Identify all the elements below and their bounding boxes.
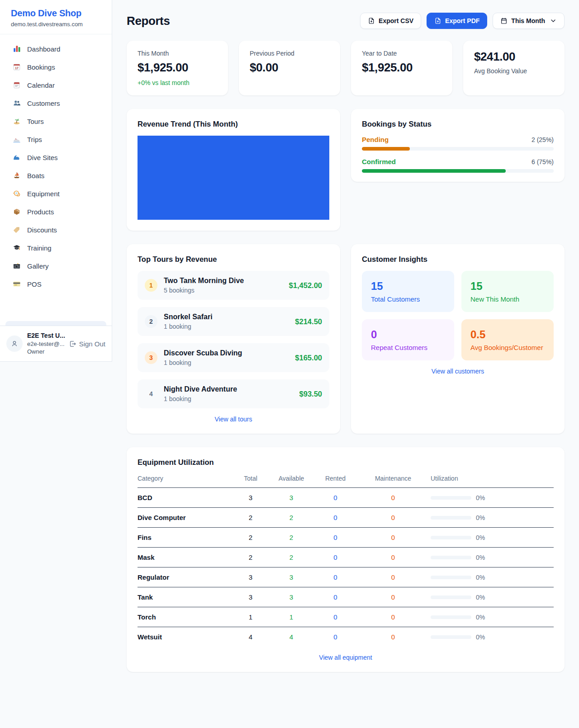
cell-category: Mask <box>138 548 230 567</box>
column-header-rented: Rented <box>312 475 359 487</box>
view-all-tours-link[interactable]: View all tours <box>138 416 329 423</box>
sidebar-item-bookings[interactable]: 17 Bookings <box>4 58 108 76</box>
rank-badge: 2 <box>145 315 157 328</box>
sidebar-item-tours[interactable]: Tours <box>4 112 108 130</box>
progress-fill <box>362 169 506 173</box>
cell-maintenance: 0 <box>359 567 427 587</box>
tour-list: 1 Two Tank Morning Dive 5 bookings $1,45… <box>138 271 329 408</box>
stat-value: $0.00 <box>250 61 329 75</box>
sidebar-item-calendar[interactable]: Calendar <box>4 76 108 94</box>
table-header-row: Category Total Available Rented Maintena… <box>138 475 554 488</box>
people-icon <box>13 99 21 107</box>
stat-value: $1,925.00 <box>138 61 217 75</box>
sign-out-button[interactable]: Sign Out <box>69 340 105 348</box>
stat-label: Year to Date <box>362 50 441 57</box>
column-header-utilization: Utilization <box>427 475 554 487</box>
cell-maintenance: 0 <box>359 508 427 527</box>
sidebar-item-label: Gallery <box>27 262 49 270</box>
sidebar-item-boats[interactable]: Boats <box>4 166 108 184</box>
chevron-down-icon <box>550 17 557 24</box>
cell-maintenance: 0 <box>359 528 427 547</box>
top-tours-card: Top Tours by Revenue 1 Two Tank Morning … <box>127 244 340 434</box>
cell-total: 4 <box>230 627 271 647</box>
cell-maintenance: 0 <box>359 548 427 567</box>
table-row: Tank 3 3 0 0 0% <box>138 587 554 607</box>
export-csv-label: Export CSV <box>379 17 413 24</box>
cell-category: Torch <box>138 607 230 627</box>
user-email: e2e-tester@... <box>27 340 64 348</box>
sidebar-item-dashboard[interactable]: Dashboard <box>4 40 108 58</box>
column-header-total: Total <box>230 475 271 487</box>
view-all-customers-link[interactable]: View all customers <box>362 368 554 375</box>
cell-available: 3 <box>271 587 312 607</box>
top-tours-title: Top Tours by Revenue <box>138 255 329 264</box>
sidebar-item-equipment[interactable]: Equipment <box>4 184 108 203</box>
cell-utilization: 0% <box>427 628 554 647</box>
insight-value: 0 <box>371 328 445 341</box>
calendar-date-icon: 17 <box>13 63 21 71</box>
charts-row: Revenue Trend (This Month) Bookings by S… <box>127 109 565 231</box>
user-info: E2E Test U... e2e-tester@... Owner <box>27 331 64 356</box>
export-pdf-button[interactable]: Export PDF <box>427 13 487 29</box>
sidebar: Demo Dive Shop demo.test.divestreams.com… <box>0 0 112 362</box>
cell-utilization: 0% <box>427 528 554 547</box>
sidebar-item-label: Discounts <box>27 226 57 234</box>
insight-tile-repeat-customers: 0 Repeat Customers <box>362 319 454 360</box>
cell-total: 2 <box>230 528 271 547</box>
sidebar-user-footer: E2E Test U... e2e-tester@... Owner Sign … <box>0 326 112 361</box>
sidebar-item-training[interactable]: Training <box>4 239 108 257</box>
tour-bookings: 1 booking <box>164 322 213 331</box>
revenue-trend-card: Revenue Trend (This Month) <box>127 109 340 231</box>
utilization-track <box>431 516 471 520</box>
cell-utilization: 0% <box>427 608 554 627</box>
table-row: BCD 3 3 0 0 0% <box>138 488 554 508</box>
period-label: This Month <box>511 17 545 24</box>
cell-category: Dive Computer <box>138 508 230 527</box>
cell-available: 3 <box>271 567 312 587</box>
sidebar-item-label: Dashboard <box>27 45 60 53</box>
column-header-maintenance: Maintenance <box>359 475 427 487</box>
period-selector[interactable]: This Month <box>493 13 565 29</box>
progress-track <box>362 169 554 173</box>
sidebar-item-trips[interactable]: Trips <box>4 130 108 148</box>
table-row: Dive Computer 2 2 0 0 0% <box>138 508 554 528</box>
credit-card-icon <box>13 280 21 288</box>
utilization-percent: 0% <box>476 614 485 621</box>
cell-total: 3 <box>230 587 271 607</box>
cell-utilization: 0% <box>427 488 554 507</box>
tag-icon <box>13 226 21 234</box>
tour-name: Night Dive Adventure <box>164 385 237 394</box>
status-row-confirmed: Confirmed 6 (75%) <box>362 158 554 173</box>
sidebar-item-reports-partial[interactable] <box>5 321 106 326</box>
sidebar-item-label: Equipment <box>27 190 60 198</box>
cell-maintenance: 0 <box>359 488 427 507</box>
sidebar-item-products[interactable]: Products <box>4 203 108 221</box>
view-all-equipment-link[interactable]: View all equipment <box>138 654 554 661</box>
equipment-utilization-card: Equipment Utilization Category Total Ava… <box>127 447 565 672</box>
cell-rented: 0 <box>312 587 359 607</box>
tour-row: 3 Discover Scuba Diving 1 booking $165.0… <box>138 343 329 372</box>
cell-maintenance: 0 <box>359 627 427 647</box>
cell-available: 3 <box>271 488 312 507</box>
sidebar-item-label: POS <box>27 280 42 288</box>
cell-utilization: 0% <box>427 548 554 567</box>
stat-value: $241.00 <box>474 50 554 64</box>
shop-name-link[interactable]: Demo Dive Shop <box>11 8 101 19</box>
export-csv-button[interactable]: Export CSV <box>360 13 421 29</box>
table-row: Wetsuit 4 4 0 0 0% <box>138 627 554 647</box>
sidebar-item-discounts[interactable]: Discounts <box>4 221 108 239</box>
insight-value: 0.5 <box>470 328 545 341</box>
stat-card-year-to-date: Year to Date $1,925.00 <box>351 41 452 95</box>
equipment-table: Category Total Available Rented Maintena… <box>138 475 554 647</box>
sidebar-item-customers[interactable]: Customers <box>4 94 108 112</box>
user-role: Owner <box>27 348 64 356</box>
tour-revenue: $1,452.00 <box>289 281 322 290</box>
sidebar-item-dive-sites[interactable]: Dive Sites <box>4 148 108 166</box>
sidebar-item-gallery[interactable]: Gallery <box>4 257 108 275</box>
insight-value: 15 <box>470 280 545 293</box>
cell-total: 2 <box>230 548 271 567</box>
sidebar-item-pos[interactable]: POS <box>4 275 108 293</box>
insight-grid: 15 Total Customers 15 New This Month 0 R… <box>362 271 554 360</box>
rank-badge: 3 <box>145 351 157 364</box>
insight-label: Avg Bookings/Customer <box>470 344 545 351</box>
